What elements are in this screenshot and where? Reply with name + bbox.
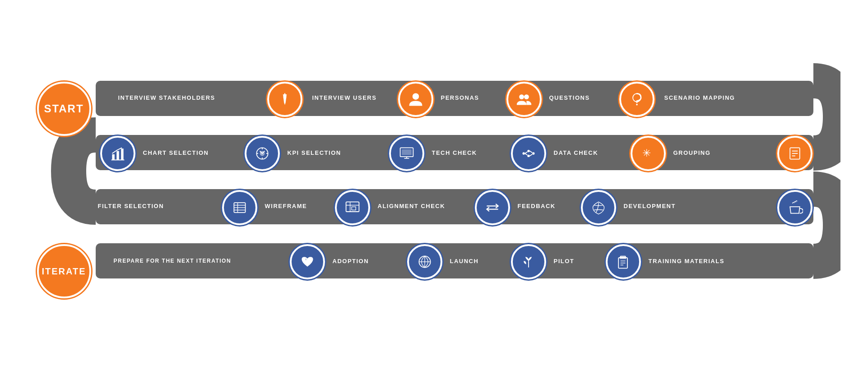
step-label-interview-users: INTERVIEW USERS bbox=[312, 94, 377, 101]
svg-rect-12 bbox=[121, 148, 123, 160]
svg-point-7 bbox=[524, 94, 529, 99]
grouping-icon: ✳ bbox=[640, 145, 656, 162]
circle-interview-stakeholders bbox=[267, 82, 302, 117]
step-label-launch: LAUNCH bbox=[450, 258, 479, 264]
step-label-training-materials: TRAINING MATERIALS bbox=[649, 258, 724, 264]
circle-grouping: ✳ bbox=[631, 136, 666, 171]
training-icon bbox=[615, 254, 631, 270]
step-label-kpi-selection: KPI SELECTION bbox=[288, 149, 341, 156]
circle-kpi-selection bbox=[245, 136, 280, 171]
circle-alignment-check bbox=[335, 190, 370, 225]
svg-rect-45 bbox=[352, 207, 356, 210]
step-label-prepare-next: PREPARE FOR THE NEXT ITERATION bbox=[114, 258, 232, 264]
step-label-feedback: FEEDBACK bbox=[518, 203, 556, 209]
circle-wireframe bbox=[222, 190, 257, 225]
svg-rect-11 bbox=[116, 151, 119, 160]
svg-point-27 bbox=[532, 152, 534, 154]
step-label-wireframe: WIREFRAME bbox=[265, 203, 307, 209]
globe-icon bbox=[417, 254, 433, 270]
circle-personas bbox=[506, 82, 542, 117]
circle-data-check bbox=[511, 136, 546, 171]
step-label-data-check: DATA CHECK bbox=[554, 149, 599, 156]
step-label-filter-selection: FILTER SELECTION bbox=[98, 203, 164, 209]
svg-point-24 bbox=[522, 152, 525, 154]
circle-end-row2 bbox=[777, 136, 812, 171]
group-icon bbox=[516, 91, 532, 107]
iterate-label: ITERATE bbox=[42, 266, 86, 276]
svg-point-5 bbox=[412, 93, 418, 100]
iterate-circle: ITERATE bbox=[37, 244, 91, 298]
circle-adoption bbox=[290, 244, 325, 279]
circle-feedback bbox=[475, 190, 510, 225]
svg-point-25 bbox=[527, 150, 529, 152]
list-icon bbox=[787, 145, 803, 162]
coffee-icon bbox=[787, 199, 803, 216]
circle-development bbox=[581, 190, 616, 225]
svg-rect-23 bbox=[402, 149, 412, 155]
circle-chart-selection bbox=[100, 136, 135, 171]
start-circle: START bbox=[37, 82, 91, 136]
circle-training bbox=[606, 244, 641, 279]
step-label-personas: PERSONAS bbox=[441, 94, 479, 101]
data-icon bbox=[520, 145, 537, 162]
circle-pilot bbox=[511, 244, 546, 279]
svg-point-26 bbox=[527, 155, 529, 157]
pilot-icon bbox=[520, 254, 537, 270]
svg-line-29 bbox=[525, 153, 527, 155]
circle-coffee bbox=[777, 190, 812, 225]
step-label-grouping: GROUPING bbox=[673, 149, 711, 156]
step-label-pilot: PILOT bbox=[554, 258, 575, 264]
circle-questions bbox=[619, 82, 654, 117]
svg-rect-2 bbox=[96, 189, 813, 224]
heart-icon bbox=[299, 254, 316, 270]
step-label-interview-stakeholders: INTERVIEW STAKEHOLDERS bbox=[118, 94, 215, 101]
question-icon bbox=[629, 91, 645, 107]
svg-line-31 bbox=[529, 154, 532, 156]
step-label-alignment-check: ALIGNMENT CHECK bbox=[378, 203, 446, 209]
diagram-container: START INTERVIEW STAKEHOLDERS INTERVIEW U… bbox=[28, 14, 840, 357]
svg-rect-10 bbox=[112, 154, 114, 160]
wireframe-icon bbox=[344, 199, 361, 216]
feedback-icon bbox=[590, 199, 607, 216]
svg-line-30 bbox=[529, 151, 532, 153]
kpi-icon bbox=[254, 145, 270, 162]
circle-launch bbox=[407, 244, 442, 279]
tie-icon bbox=[277, 91, 293, 107]
alignment-icon bbox=[484, 199, 501, 216]
start-label: START bbox=[44, 103, 84, 115]
circle-interview-users bbox=[398, 82, 433, 117]
svg-point-8 bbox=[636, 104, 638, 106]
step-label-adoption: ADOPTION bbox=[333, 258, 369, 264]
user-icon bbox=[408, 91, 424, 107]
step-label-development: DEVELOPMENT bbox=[624, 203, 676, 209]
step-label-questions: QUESTIONS bbox=[549, 94, 590, 101]
chart-icon bbox=[110, 145, 126, 162]
filter-icon bbox=[232, 199, 248, 216]
path-svg bbox=[28, 14, 840, 357]
step-label-scenario-mapping: SCENARIO MAPPING bbox=[664, 94, 735, 101]
step-label-chart-selection: CHART SELECTION bbox=[143, 149, 209, 156]
step-label-tech-check: TECH CHECK bbox=[432, 149, 477, 156]
svg-text:✳: ✳ bbox=[642, 147, 650, 159]
tech-icon bbox=[399, 145, 415, 162]
svg-point-6 bbox=[519, 94, 524, 99]
circle-tech-check bbox=[389, 136, 424, 171]
